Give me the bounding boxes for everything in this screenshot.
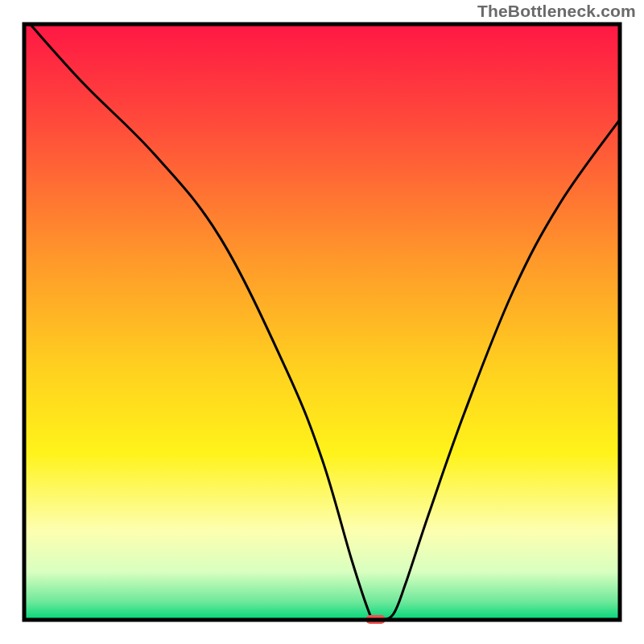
chart-container: { "attribution": "TheBottleneck.com", "c… [0,0,644,644]
bottleneck-chart [0,0,644,644]
